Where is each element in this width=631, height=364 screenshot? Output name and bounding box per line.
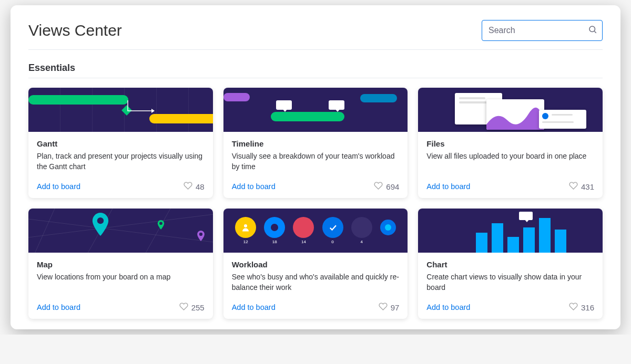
- header: Views Center: [28, 20, 603, 49]
- banner-gantt: [28, 88, 213, 132]
- banner-timeline: [223, 88, 408, 132]
- likes-count: 316: [581, 303, 594, 312]
- map-pin-icon: [91, 213, 109, 236]
- card-desc: See who's busy and who's available and q…: [232, 272, 400, 293]
- heart-icon: [379, 302, 388, 313]
- banner-map: [28, 209, 213, 253]
- card-gantt[interactable]: Gantt Plan, track and present your proje…: [28, 88, 213, 198]
- svg-point-9: [199, 233, 202, 236]
- card-footer: Add to board 97: [232, 302, 400, 313]
- workload-count: 0: [322, 240, 343, 244]
- card-body: Workload See who's busy and who's availa…: [223, 253, 408, 319]
- section-divider: [28, 78, 603, 78]
- workload-count: 12: [235, 240, 256, 244]
- card-workload[interactable]: 12 18 14 0: [223, 209, 408, 319]
- workload-count: 18: [264, 240, 285, 244]
- likes[interactable]: 694: [374, 181, 399, 192]
- likes[interactable]: 48: [184, 181, 205, 192]
- add-to-board-link[interactable]: Add to board: [37, 303, 80, 311]
- card-footer: Add to board 431: [426, 181, 594, 192]
- heart-icon: [184, 181, 192, 192]
- card-desc: Plan, track and present your projects vi…: [37, 151, 205, 172]
- likes-count: 255: [191, 303, 205, 312]
- likes-count: 431: [581, 182, 594, 191]
- heart-icon: [179, 302, 188, 313]
- likes-count: 48: [196, 182, 205, 191]
- search-input[interactable]: [482, 20, 603, 41]
- card-title: Gantt: [37, 139, 205, 148]
- svg-line-4: [34, 209, 55, 253]
- svg-point-10: [244, 224, 247, 227]
- card-footer: Add to board 316: [426, 302, 594, 313]
- svg-point-8: [159, 222, 162, 225]
- search-wrap: [482, 20, 603, 41]
- card-footer: Add to board 694: [232, 181, 400, 192]
- card-title: Map: [37, 260, 205, 269]
- workload-count: 4: [351, 240, 372, 244]
- card-map[interactable]: Map View locations from your board on a …: [28, 209, 213, 319]
- banner-files: [418, 88, 603, 132]
- svg-line-2: [28, 219, 213, 245]
- card-body: Chart Create chart views to visually sho…: [418, 253, 603, 319]
- likes-count: 694: [386, 182, 399, 191]
- card-body: Map View locations from your board on a …: [28, 253, 213, 319]
- card-body: Gantt Plan, track and present your proje…: [28, 132, 213, 198]
- heart-icon: [569, 181, 578, 192]
- page-title: Views Center: [28, 22, 122, 39]
- workload-count: 14: [293, 240, 314, 244]
- card-title: Workload: [232, 260, 400, 269]
- add-to-board-link[interactable]: Add to board: [426, 303, 470, 311]
- card-desc: View all files uploaded to your board in…: [426, 151, 594, 172]
- map-pin-icon: [197, 231, 205, 241]
- likes[interactable]: 316: [569, 302, 594, 313]
- card-files[interactable]: Files View all files uploaded to your bo…: [418, 88, 603, 198]
- card-title: Timeline: [232, 139, 400, 148]
- card-footer: Add to board 255: [37, 302, 205, 313]
- card-footer: Add to board 48: [37, 181, 205, 192]
- add-to-board-link[interactable]: Add to board: [37, 182, 80, 191]
- likes[interactable]: 431: [569, 181, 594, 192]
- add-to-board-link[interactable]: Add to board: [426, 182, 470, 191]
- svg-line-3: [28, 211, 213, 237]
- header-divider: [28, 49, 603, 50]
- add-to-board-link[interactable]: Add to board: [232, 182, 276, 191]
- card-desc: View locations from your board on a map: [37, 272, 205, 293]
- card-chart[interactable]: Chart Create chart views to visually sho…: [418, 209, 603, 319]
- views-center-panel: Views Center Essentials: [11, 5, 620, 329]
- card-timeline[interactable]: Timeline Visually see a breakdown of you…: [223, 88, 408, 198]
- banner-workload: 12 18 14 0: [223, 209, 408, 253]
- likes[interactable]: 255: [179, 302, 205, 313]
- card-body: Timeline Visually see a breakdown of you…: [223, 132, 408, 198]
- add-to-board-link[interactable]: Add to board: [232, 303, 276, 311]
- card-desc: Visually see a breakdown of your team's …: [232, 151, 400, 172]
- heart-icon: [569, 302, 578, 313]
- card-title: Chart: [426, 260, 594, 269]
- map-pin-icon: [157, 220, 165, 230]
- cards-grid: Gantt Plan, track and present your proje…: [28, 88, 603, 319]
- svg-line-6: [144, 209, 170, 253]
- svg-point-7: [97, 217, 104, 224]
- banner-chart: [418, 209, 603, 253]
- card-desc: Create chart views to visually show data…: [426, 272, 594, 293]
- likes-count: 97: [391, 303, 400, 312]
- card-body: Files View all files uploaded to your bo…: [418, 132, 603, 198]
- likes[interactable]: 97: [379, 302, 400, 313]
- heart-icon: [374, 181, 383, 192]
- section-title: Essentials: [28, 63, 603, 74]
- card-title: Files: [426, 139, 594, 148]
